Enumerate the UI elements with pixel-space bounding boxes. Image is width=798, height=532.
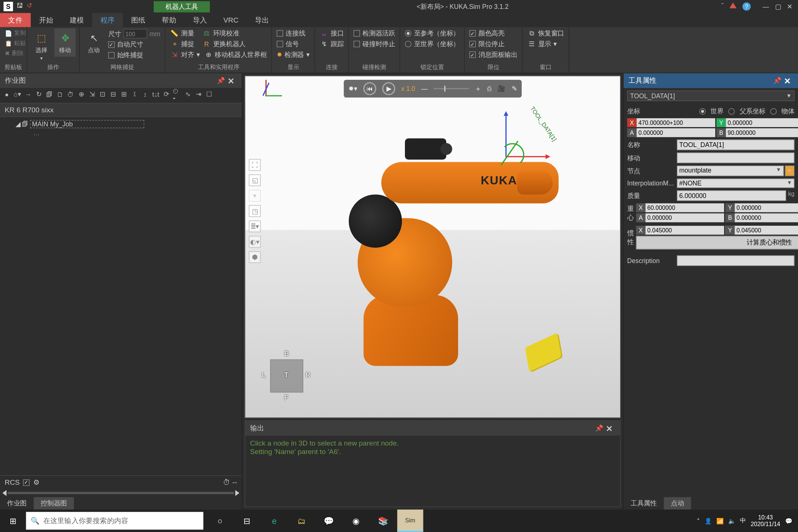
lock-ref-radio[interactable]: 至参考（坐标） [404, 28, 461, 38]
auto-size-check[interactable]: 自动尺寸 [107, 40, 162, 50]
pin-icon[interactable]: 📌 [773, 77, 781, 85]
tray-up-icon[interactable]: ˄ [697, 518, 700, 524]
grid-size-input[interactable] [123, 29, 147, 38]
winrar-icon[interactable]: 📚 [370, 509, 396, 532]
rewind-button[interactable]: ⏮ [363, 82, 376, 95]
tb-icon[interactable]: ⏲▾ [173, 90, 181, 99]
sim-task-icon[interactable]: Sim [397, 509, 423, 532]
calc-inertia-button[interactable]: 计算质心和惯性 [636, 236, 798, 249]
context-tab-robot-tool[interactable]: 机器人工具 [154, 1, 210, 12]
tb-icon[interactable]: ⏱ [66, 90, 75, 99]
msg-output-check[interactable]: 消息面板输出 [468, 50, 519, 59]
undo-icon[interactable]: ↺ [27, 2, 32, 11]
play-button[interactable]: ▶ [382, 82, 395, 95]
fit-icon[interactable]: ⛶ [249, 159, 261, 171]
close-panel-icon[interactable]: ✕ [225, 76, 237, 86]
inertia-x-input[interactable] [645, 226, 724, 235]
menu-file[interactable]: 文件 [0, 13, 31, 27]
menu-vrc[interactable]: VRC [215, 13, 246, 27]
viewport-3d[interactable]: ✹▾ ⏮ ▶ x 1.0 ―＋ ⎙ 🎥 ✎ ⛶ ◱ ▾ ◳ ≣▾ ◐▾ ⬢ [245, 76, 621, 418]
timer-icon[interactable]: ⏱ -- [223, 478, 237, 486]
maximize-icon[interactable]: ▢ [775, 3, 781, 10]
tb-icon[interactable]: ⊕ [77, 90, 86, 99]
inertia-y-input[interactable] [735, 226, 798, 235]
coord-object-radio[interactable] [770, 108, 777, 115]
tb-icon[interactable]: ↕ [141, 90, 150, 99]
color-highlight-check[interactable]: 颜色高亮 [468, 28, 519, 38]
close-output-icon[interactable]: ✕ [604, 423, 615, 433]
jog-button[interactable]: ↖点动 [83, 28, 105, 57]
gear-icon[interactable]: ⚙ [33, 478, 40, 486]
show-window-button[interactable]: ☰显示 ▾ [526, 39, 566, 49]
save-icon[interactable]: 🖫 [17, 2, 23, 11]
detector-active-check[interactable]: 检测器活跃 [352, 28, 396, 38]
show-connections-check[interactable]: 连接线 [276, 28, 311, 38]
cog-a-input[interactable] [645, 214, 724, 222]
move-button[interactable]: ✥移动 [54, 28, 76, 57]
node-select[interactable]: mountplate▼ [677, 166, 784, 176]
cog-b-input[interactable] [735, 214, 798, 222]
tb-icon[interactable]: ⊞ [119, 90, 128, 99]
align-button[interactable]: ⇲对齐 ▾ ⊕移动机器人世界框 [169, 50, 268, 59]
tb-icon[interactable]: ⟳ [162, 90, 171, 99]
cog-y-input[interactable] [735, 203, 798, 212]
notifications-icon[interactable]: 💬 [785, 518, 792, 524]
fit-sel-icon[interactable]: ◱ [249, 174, 261, 186]
coord-a-input[interactable] [637, 128, 715, 137]
warning-icon[interactable] [729, 2, 736, 8]
tab-controllergraph[interactable]: 控制器图 [34, 497, 74, 510]
trace-button[interactable]: ↯跟踪 [319, 39, 345, 49]
mass-input[interactable] [677, 190, 787, 201]
coord-x-input[interactable] [637, 118, 715, 127]
explorer-icon[interactable]: 🗂 [289, 509, 314, 532]
detector-button[interactable]: ✹检测器 ▾ [276, 50, 311, 59]
menu-program[interactable]: 程序 [92, 13, 123, 27]
volume-icon[interactable]: 🔈 [728, 518, 735, 524]
show-signals-check[interactable]: 信号 [276, 39, 311, 49]
tb-icon[interactable]: ⫱ [130, 90, 139, 99]
snap-button[interactable]: ⌖捕捉 R更换机器人 [169, 39, 268, 49]
tab-tool-props[interactable]: 工具属性 [624, 497, 664, 510]
lock-world-radio[interactable]: 至世界（坐标） [404, 39, 461, 49]
wifi-icon[interactable]: 📶 [716, 518, 723, 524]
ime-indicator[interactable]: 中 [740, 516, 746, 525]
menu-import[interactable]: 导入 [184, 13, 215, 27]
pin-icon[interactable]: 📌 [217, 77, 225, 85]
tb-icon[interactable]: 🗐 [45, 90, 54, 99]
coord-y-input[interactable] [726, 118, 798, 127]
tool-select[interactable]: TOOL_DATA[1]▼ [627, 91, 795, 101]
menu-start[interactable]: 开始 [31, 13, 61, 27]
menu-help[interactable]: 帮助 [154, 13, 184, 27]
desc-input[interactable] [677, 255, 794, 266]
rgb-icon[interactable]: ⬢ [249, 251, 261, 263]
tb-icon[interactable]: 🗋 [55, 90, 64, 99]
shade-icon[interactable]: ◐▾ [249, 236, 261, 248]
close-props-icon[interactable]: ✕ [781, 76, 793, 86]
settings-icon[interactable]: ✹▾ [348, 85, 357, 93]
restore-window-button[interactable]: ⧉恢复窗口 [526, 28, 566, 38]
tb-icon[interactable]: ⊟ [109, 90, 117, 99]
people-icon[interactable]: 👤 [705, 518, 712, 524]
coord-world-radio[interactable] [699, 108, 706, 115]
job-tree[interactable]: ◢ 🗐 MAIN My_Job … [0, 117, 242, 475]
minimize-icon[interactable]: ― [763, 3, 769, 10]
hscrollbar[interactable] [0, 489, 242, 497]
camera-icon[interactable]: 🎥 [497, 85, 505, 93]
cog-x-input[interactable] [645, 203, 724, 212]
cortana-icon[interactable]: ○ [207, 509, 233, 532]
cube-icon[interactable]: ◳ [249, 205, 261, 217]
tb-icon[interactable]: → [24, 90, 33, 99]
layers-icon[interactable]: ≣▾ [249, 221, 261, 232]
tb-icon[interactable]: ↻ [34, 90, 43, 99]
edge-icon[interactable]: e [261, 509, 287, 532]
coord-b-input[interactable] [726, 128, 798, 137]
pin-icon[interactable]: 📌 [595, 424, 603, 432]
close-icon[interactable]: ✕ [787, 3, 792, 10]
limit-stop-check[interactable]: 限位停止 [468, 39, 519, 49]
tb-icon[interactable]: ☐ [205, 90, 214, 99]
rcs-check[interactable] [23, 479, 30, 486]
menu-model[interactable]: 建模 [61, 13, 92, 27]
speed-slider[interactable] [433, 88, 469, 89]
move-input[interactable] [677, 153, 794, 163]
chrome-icon[interactable]: ◉ [343, 509, 369, 532]
